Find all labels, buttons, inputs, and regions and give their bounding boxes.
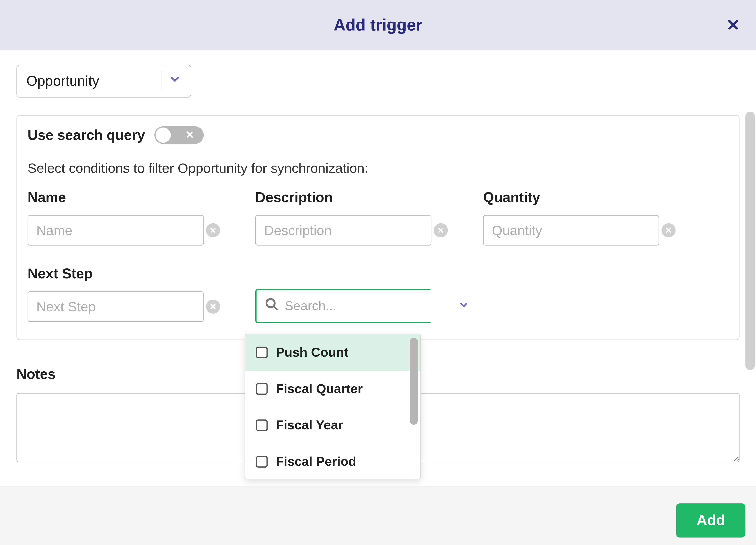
dropdown-option-fiscal-period[interactable]: Fiscal Period (245, 444, 420, 479)
fields-row-2: Next Step ✕ (28, 265, 728, 323)
add-button[interactable]: Add (676, 503, 746, 537)
conditions-panel: Use search query ✕ Select conditions to … (16, 115, 739, 340)
modal-title: Add trigger (334, 16, 422, 34)
option-checkbox[interactable] (256, 420, 268, 431)
next-step-input[interactable] (28, 292, 204, 322)
search-icon (265, 297, 279, 315)
add-trigger-modal: Add trigger Opportunity Use search query… (0, 0, 756, 545)
body-scrollbar[interactable] (745, 111, 755, 370)
field-next-step: Next Step ✕ (28, 265, 230, 322)
close-icon (727, 18, 740, 31)
clear-x-icon: ✕ (209, 225, 217, 235)
quantity-clear-button[interactable]: ✕ (661, 223, 676, 237)
dropdown-scrollbar[interactable] (410, 338, 418, 425)
search-query-toggle[interactable]: ✕ (154, 126, 204, 144)
description-input[interactable] (255, 215, 431, 245)
option-label: Fiscal Period (276, 454, 356, 470)
option-checkbox[interactable] (256, 383, 268, 395)
quantity-input[interactable] (483, 215, 659, 245)
conditions-helper-text: Select conditions to filter Opportunity … (28, 160, 728, 176)
field-quantity-label: Quantity (483, 189, 685, 205)
svg-line-3 (274, 307, 277, 310)
option-checkbox[interactable] (256, 347, 268, 359)
option-label: Fiscal Quarter (276, 381, 363, 397)
clear-x-icon: ✕ (437, 225, 444, 235)
modal-header: Add trigger (0, 0, 756, 50)
field-search-select[interactable] (255, 289, 431, 323)
clear-x-icon: ✕ (209, 302, 217, 311)
description-clear-button[interactable]: ✕ (434, 223, 448, 237)
field-search-input[interactable] (285, 290, 446, 322)
toggle-off-x-icon: ✕ (185, 129, 194, 142)
chevron-down-icon (169, 73, 182, 89)
option-label: Fiscal Year (276, 418, 343, 433)
field-name: Name ✕ (28, 189, 230, 245)
modal-footer: Add (0, 486, 756, 545)
search-query-label: Use search query (28, 127, 145, 143)
name-input[interactable] (28, 215, 204, 245)
name-clear-button[interactable]: ✕ (206, 223, 220, 237)
field-next-step-label: Next Step (28, 265, 230, 282)
toggle-knob (156, 127, 171, 143)
field-search-select-col (255, 265, 431, 323)
entity-select-value: Opportunity (26, 73, 99, 89)
entity-select-divider (161, 71, 161, 91)
search-query-switch-row: Use search query ✕ (28, 126, 728, 144)
dropdown-option-fiscal-year[interactable]: Fiscal Year (245, 407, 420, 444)
option-label: Push Count (276, 345, 348, 360)
dropdown-option-push-count[interactable]: Push Count (245, 334, 420, 371)
field-search-dropdown: Push Count Fiscal Quarter Fiscal Year Fi… (245, 334, 421, 479)
field-quantity: Quantity ✕ (483, 189, 685, 245)
clear-x-icon: ✕ (665, 225, 672, 235)
field-description: Description ✕ (255, 189, 457, 245)
field-description-label: Description (255, 189, 457, 205)
next-step-clear-button[interactable]: ✕ (206, 300, 220, 314)
option-checkbox[interactable] (256, 456, 268, 468)
chevron-down-icon (458, 298, 470, 314)
fields-row-1: Name ✕ Description ✕ (28, 189, 728, 245)
field-name-label: Name (28, 189, 230, 205)
entity-select[interactable]: Opportunity (16, 65, 191, 97)
modal-body: Opportunity Use search query ✕ Select co… (0, 50, 756, 486)
dropdown-option-fiscal-quarter[interactable]: Fiscal Quarter (245, 371, 420, 407)
close-button[interactable] (727, 16, 740, 34)
